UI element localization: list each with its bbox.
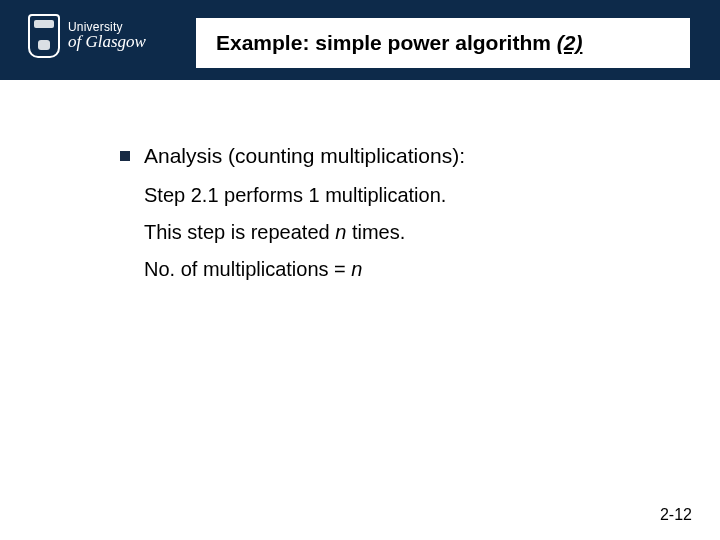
title-main: Example: simple power algorithm [216, 31, 557, 54]
analysis-line-1: Step 2.1 performs 1 multiplication. [144, 182, 660, 209]
line2-a: This step is repeated [144, 221, 335, 243]
line3-n: n [351, 258, 362, 280]
logo-text: University of Glasgow [68, 21, 146, 51]
header-bar: University of Glasgow Example: simple po… [0, 0, 720, 80]
bullet-row: Analysis (counting multiplications): [120, 144, 660, 168]
line3-a: No. of multiplications = [144, 258, 351, 280]
analysis-line-3: No. of multiplications = n [144, 256, 660, 283]
logo-line2: of Glasgow [68, 33, 146, 51]
slide-title: Example: simple power algorithm (2) [216, 31, 582, 55]
logo-glasgow: Glasgow [85, 32, 145, 51]
crest-icon [28, 14, 60, 58]
title-plate: Example: simple power algorithm (2) [196, 18, 690, 68]
content-block: Analysis (counting multiplications): Ste… [120, 144, 660, 293]
slide-body: Analysis (counting multiplications): Ste… [0, 80, 720, 540]
square-bullet-icon [120, 151, 130, 161]
title-suffix: (2) [557, 31, 583, 54]
line2-b: times. [346, 221, 405, 243]
university-logo: University of Glasgow [28, 14, 146, 58]
line2-n: n [335, 221, 346, 243]
analysis-line-2: This step is repeated n times. [144, 219, 660, 246]
bullet-text: Analysis (counting multiplications): [144, 144, 465, 168]
logo-of: of [68, 32, 85, 51]
rule-line [216, 75, 720, 78]
page-number: 2-12 [660, 506, 692, 524]
